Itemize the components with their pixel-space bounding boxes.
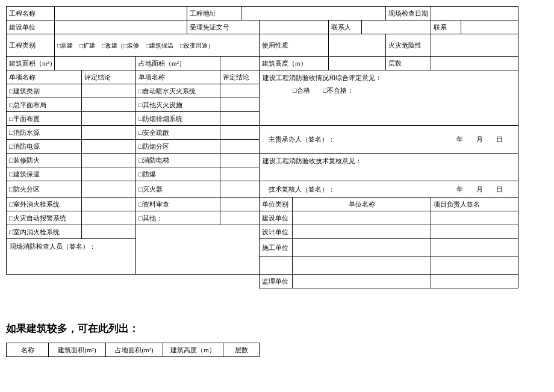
main-form-table: 工程名称 工程地址 现场检查日期 建设单位 受理凭证文号 联系人 联系 工程类别… (6, 6, 518, 288)
verdict-a-4[interactable] (82, 140, 136, 154)
label-barea: 建筑面积（m²） (7, 57, 55, 70)
label-builder: 建设单位 (7, 20, 55, 34)
header-utype: 单位类别 (260, 198, 293, 211)
header-item-name-a: 单项名称 (7, 70, 82, 84)
verdict-a-10[interactable] (82, 225, 136, 239)
fh-name: 名称 (7, 343, 49, 357)
item-b-7[interactable]: □灭火器 (136, 181, 220, 198)
label-category: 工程类别 (7, 34, 55, 57)
label-addr: 工程地址 (187, 7, 241, 20)
verdict-a-0[interactable] (82, 84, 136, 98)
spacer-2 (293, 257, 431, 275)
field-insp-date[interactable] (431, 7, 518, 20)
item-b-5[interactable]: □消防电梯 (136, 154, 220, 167)
item-b-9[interactable]: □其他： (136, 211, 220, 225)
field-fire-risk[interactable] (431, 34, 518, 57)
verdict-a-8[interactable] (82, 198, 136, 211)
reviewer-box[interactable]: 技术复核人（签名）：年 月 日 (260, 181, 518, 198)
verdict-b-8[interactable] (220, 198, 260, 211)
verdict-a-9[interactable] (82, 211, 136, 225)
verdict-b-9[interactable] (220, 211, 260, 225)
item-a-0[interactable]: □建筑类别 (7, 84, 82, 98)
fh-larea: 占地面积(m²) (106, 343, 163, 357)
handler-box[interactable]: 主责承办人（签名）：年 月 日 (260, 126, 518, 154)
item-a-9[interactable]: □火灾自动报警系统 (7, 211, 82, 225)
item-b-6[interactable]: □防爆 (136, 167, 220, 181)
field-larea[interactable] (220, 57, 260, 70)
verdict-b-4[interactable] (220, 140, 260, 154)
field-category[interactable]: □新建 □扩建 □改建（□装修 □建筑保温 □改变用途） (55, 34, 260, 57)
field-addr[interactable] (241, 7, 386, 20)
label-floors: 层数 (386, 57, 431, 70)
verdict-b-3[interactable] (220, 126, 260, 140)
fh-floors: 层数 (223, 343, 260, 357)
verdict-a-3[interactable] (82, 126, 136, 140)
item-b-4[interactable]: □防烟分区 (136, 140, 220, 154)
verdict-b-7[interactable] (220, 181, 260, 198)
item-a-3[interactable]: □消防水源 (7, 126, 82, 140)
field-u-sup-name[interactable] (293, 275, 431, 288)
verdict-b-0[interactable] (220, 84, 260, 98)
field-u-design-sign[interactable] (431, 225, 518, 239)
header-verdict-a: 评定结论 (82, 70, 136, 84)
item-a-6[interactable]: □建筑保温 (7, 167, 82, 181)
label-u-cons: 施工单位 (260, 239, 293, 257)
field-project-name[interactable] (55, 7, 187, 20)
item-a-5[interactable]: □装修防火 (7, 154, 82, 167)
field-u-cons-name[interactable] (293, 239, 431, 257)
fh-barea: 建筑面积(m²) (49, 343, 106, 357)
field-bheight[interactable] (329, 57, 386, 70)
label-fire-risk: 火灾危险性 (386, 34, 431, 57)
field-u-build-sign[interactable] (431, 211, 518, 225)
item-b-1[interactable]: □其他灭火设施 (136, 98, 220, 112)
field-contact[interactable] (362, 20, 431, 34)
verdict-a-7[interactable] (82, 181, 136, 198)
opinion-box[interactable]: 建设工程消防验收情况和综合评定意见： □合格 □不合格： (260, 70, 518, 126)
blank-area (136, 225, 260, 275)
field-floors[interactable] (431, 57, 518, 70)
label-u-sup: 监理单位 (260, 275, 293, 288)
fh-height: 建筑高度（m） (163, 343, 223, 357)
item-b-2[interactable]: □防烟排烟系统 (136, 112, 220, 126)
label-doc-no: 受理凭证文号 (187, 20, 260, 34)
field-doc-no[interactable] (260, 20, 329, 34)
field-u-build-name[interactable] (293, 211, 431, 225)
item-b-8[interactable]: □资料审查 (136, 198, 220, 211)
item-a-7[interactable]: □防火分区 (7, 181, 82, 198)
header-uname: 单位名称 (293, 198, 431, 211)
verdict-a-5[interactable] (82, 154, 136, 167)
field-builder[interactable] (55, 20, 187, 34)
verdict-a-6[interactable] (82, 167, 136, 181)
field-use-nature[interactable] (329, 34, 386, 57)
field-phone[interactable] (461, 20, 518, 34)
label-larea: 占地面积（m²） (136, 57, 220, 70)
header-verdict-b: 评定结论 (220, 70, 260, 84)
spacer-4 (7, 275, 260, 288)
item-a-4[interactable]: □消防电源 (7, 140, 82, 154)
review-box[interactable]: 建设工程消防验收技术复核意见： (260, 154, 518, 181)
field-u-cons-sign[interactable] (431, 239, 518, 257)
field-barea[interactable] (55, 57, 136, 70)
spacer-1 (260, 257, 293, 275)
label-u-build: 建设单位 (260, 211, 293, 225)
verdict-b-5[interactable] (220, 154, 260, 167)
field-u-sup-sign[interactable] (431, 275, 518, 288)
verdict-a-2[interactable] (82, 112, 136, 126)
verdict-b-6[interactable] (220, 167, 260, 181)
item-a-2[interactable]: □平面布置 (7, 112, 82, 126)
verdict-a-1[interactable] (82, 98, 136, 112)
item-b-0[interactable]: □自动喷水灭火系统 (136, 84, 220, 98)
verdict-b-2[interactable] (220, 112, 260, 126)
inspector-box[interactable]: 现场消防检查人员（签名）： (7, 239, 136, 275)
footer-heading: 如果建筑较多，可在此列出： (6, 322, 548, 335)
field-u-design-name[interactable] (293, 225, 431, 239)
header-item-name-b: 单项名称 (136, 70, 220, 84)
item-a-10[interactable]: □室内消火栓系统 (7, 225, 82, 239)
label-project-name: 工程名称 (7, 7, 55, 20)
item-b-3[interactable]: □安全疏散 (136, 126, 220, 140)
item-a-1[interactable]: □总平面布局 (7, 98, 82, 112)
verdict-b-1[interactable] (220, 98, 260, 112)
header-pm-sign: 项目负责人签名 (431, 198, 518, 211)
item-a-8[interactable]: □室外消火栓系统 (7, 198, 82, 211)
label-phone: 联系 (431, 20, 461, 34)
